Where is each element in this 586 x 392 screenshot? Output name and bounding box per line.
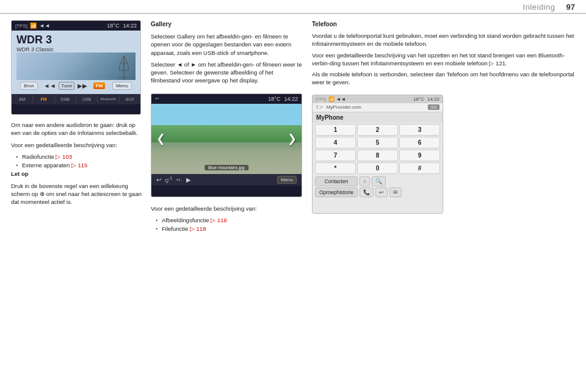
radio-source-fm[interactable]: FM xyxy=(33,96,54,103)
phone-key-1[interactable]: 1 xyxy=(315,124,356,136)
gallery-menu-button[interactable]: Menu xyxy=(277,176,297,184)
bullet-radio: Radiofunctie ▷ 103 xyxy=(16,153,142,161)
left-note-label: Let op xyxy=(11,170,142,178)
left-text-area: Om naar een andere audiobron te gaan: dr… xyxy=(11,121,142,210)
phone-key-8[interactable]: 8 xyxy=(357,150,398,161)
gallery-section-title: Gallery xyxy=(151,20,303,29)
radio-temp: 18°C xyxy=(107,23,119,29)
gallery-topbar-left: ↩ xyxy=(155,96,159,101)
radio-source-dab[interactable]: DAB xyxy=(55,96,76,103)
bullet-files-text: Filefunctie xyxy=(162,225,190,232)
phone-key-6[interactable]: 6 xyxy=(399,137,440,148)
gallery-back-ctrl-icon[interactable]: ↩ xyxy=(156,176,161,183)
phone-key-0[interactable]: 0 xyxy=(357,162,398,174)
phone-tps-icon: [TPS] xyxy=(316,97,327,101)
phone-section-title: Telefoon xyxy=(312,20,575,29)
radio-ctrl-icons: ◄◄ Tune ▶▶ xyxy=(44,82,88,90)
right-para1: Voordat u de telefoonportal kunt gebruik… xyxy=(312,32,575,48)
gallery-prev-arrow[interactable]: ❮ xyxy=(156,132,165,145)
phone-topbar-icons: [TPS] 📶 ◄◄ xyxy=(316,96,345,102)
gallery-image-area: ❮ ❯ Blue mountains.jpg xyxy=(151,104,302,174)
bullet-radio-text: Radiofunctie xyxy=(22,153,56,160)
phone-topbar-right: 18°C 14:22 xyxy=(413,96,440,102)
radio-source-aux[interactable]: AUX xyxy=(120,96,140,103)
phone-history-icon3[interactable]: ✉ xyxy=(389,187,402,197)
right-para3: Als de mobiele telefoon is verbonden, se… xyxy=(312,70,575,87)
radio-menu-button[interactable]: Menu xyxy=(112,82,132,90)
phone-key-star[interactable]: * xyxy=(315,162,356,174)
phone-action-rows: Contacten ○ 🔍 Oproephistorie 📞 ↩ ✉ xyxy=(313,175,443,198)
radio-source-bluetooth[interactable]: Bluetooth xyxy=(98,96,119,103)
phone-temp: 18°C xyxy=(413,96,424,102)
phone-contacts-icon2[interactable]: 🔍 xyxy=(372,176,386,186)
phone-key-hash[interactable]: # xyxy=(399,162,440,174)
gallery-time: 14:22 xyxy=(284,96,298,102)
left-bullet-list: Radiofunctie ▷ 103 Externe apparaten ▷ 1… xyxy=(11,153,142,170)
main-content: [TPS] 📶 ◄◄ 18°C 14:22 WDR 3 WDR 3 Classi… xyxy=(0,14,586,389)
phone-go-button[interactable]: GO xyxy=(428,104,440,110)
svg-line-4 xyxy=(120,56,124,63)
phone-prev-icon: ◄◄ xyxy=(336,96,346,102)
mid-para1: Selecteer Gallery om het afbeeldin-gen- … xyxy=(151,32,303,57)
phone-key-7[interactable]: 7 xyxy=(315,150,356,161)
radio-source-am[interactable]: AM xyxy=(12,96,33,103)
right-text-area: Telefoon Voordat u de telefoonportal kun… xyxy=(312,20,575,90)
gallery-next-arrow[interactable]: ❯ xyxy=(288,132,297,145)
radio-bron-button[interactable]: Bron xyxy=(20,82,38,90)
bullet-files-link[interactable]: ▷ 118 xyxy=(190,225,206,232)
gallery-topbar: ↩ 18°C 14:22 xyxy=(151,94,302,104)
gallery-controls: ↩ Q-1 +/₋ ▶ Menu xyxy=(151,174,302,186)
phone-history-label: Oproephistorie xyxy=(315,187,358,197)
radio-prev-icon: ◄◄ xyxy=(39,23,50,29)
gallery-zoom-icon[interactable]: +/₋ xyxy=(176,177,183,183)
gallery-play-icon[interactable]: ▶ xyxy=(186,176,191,183)
phone-key-2[interactable]: 2 xyxy=(357,124,398,136)
phone-key-4[interactable]: 4 xyxy=(315,137,356,148)
radio-station-name: WDR 3 xyxy=(16,34,136,46)
phone-key-9[interactable]: 9 xyxy=(399,150,440,161)
left-para1: Om naar een andere audiobron te gaan: dr… xyxy=(11,121,142,137)
radio-next-icon[interactable]: ▶▶ xyxy=(78,82,87,89)
left-para2: Voor een gedetailleerde beschrijving van… xyxy=(11,141,142,149)
radio-topbar-right: 18°C 14:22 xyxy=(107,23,137,29)
phone-header-row: MyPhone xyxy=(313,112,443,123)
phone-topbar: [TPS] 📶 ◄◄ 18°C 14:22 xyxy=(313,95,443,103)
radio-signal-icon: 📶 xyxy=(30,23,37,29)
gallery-caption: Blue mountains.jpg xyxy=(204,165,248,170)
phone-url-icon: T↗ xyxy=(316,104,324,111)
phone-action-contacts: Contacten ○ 🔍 xyxy=(315,176,440,186)
radio-station-sub: WDR 3 Classic xyxy=(16,46,136,53)
phone-key-3[interactable]: 3 xyxy=(399,124,440,136)
phone-signal-icon: 📶 xyxy=(328,96,335,102)
phone-key-5[interactable]: 5 xyxy=(357,137,398,148)
radio-tune-icon[interactable]: Tune xyxy=(59,82,74,90)
right-column: Telefoon Voordat u de telefoonportal kun… xyxy=(312,20,575,383)
bullet-images-link[interactable]: ▷ 116 xyxy=(211,217,227,223)
fm-badge: FM xyxy=(93,82,106,89)
svg-line-6 xyxy=(119,63,120,70)
bullet-files: Filefunctie ▷ 118 xyxy=(156,225,303,233)
gallery-topbar-right: 18°C 14:22 xyxy=(268,96,298,102)
radio-prev-icon[interactable]: ◄◄ xyxy=(44,82,56,89)
radio-topbar: [TPS] 📶 ◄◄ 18°C 14:22 xyxy=(12,21,140,31)
bullet-external-link[interactable]: ▷ 115 xyxy=(71,162,88,169)
phone-action-history: Oproephistorie 📞 ↩ ✉ xyxy=(315,187,440,197)
gallery-screen: ↩ 18°C 14:22 ❮ ❯ Blue mountains.jpg ↩ Q-… xyxy=(151,93,302,197)
gallery-zoom-out-icon[interactable]: Q-1 xyxy=(165,176,172,183)
bullet-radio-link[interactable]: ▷ 103 xyxy=(56,153,72,160)
phone-history-icon2[interactable]: ↩ xyxy=(375,187,388,197)
phone-contacts-label: Contacten xyxy=(315,176,358,186)
radio-image-area xyxy=(16,53,136,80)
bullet-external: Externe apparaten ▷ 115 xyxy=(16,161,142,170)
gallery-back-icon: ↩ xyxy=(155,96,159,101)
radio-source-usb[interactable]: USB xyxy=(76,96,98,103)
phone-contacts-icon1[interactable]: ○ xyxy=(360,176,370,186)
mid-bullet-list: Afbeeldingsfunctie ▷ 116 Filefunctie ▷ 1… xyxy=(151,216,303,234)
phone-history-icon1[interactable]: 📞 xyxy=(360,187,374,197)
radio-controls: Bron ◄◄ Tune ▶▶ FM Menu xyxy=(16,80,136,92)
phone-url-text: MyProvider.com xyxy=(327,104,426,110)
right-para2: Voor een gedetailleerde beschrijving van… xyxy=(312,51,575,68)
mid-para2: Selecteer ◄ of ► om het afbeeldin-gen- o… xyxy=(151,60,303,85)
phone-url-bar: T↗ MyProvider.com GO xyxy=(313,103,443,112)
bullet-images-text: Afbeeldingsfunctie xyxy=(162,217,211,223)
